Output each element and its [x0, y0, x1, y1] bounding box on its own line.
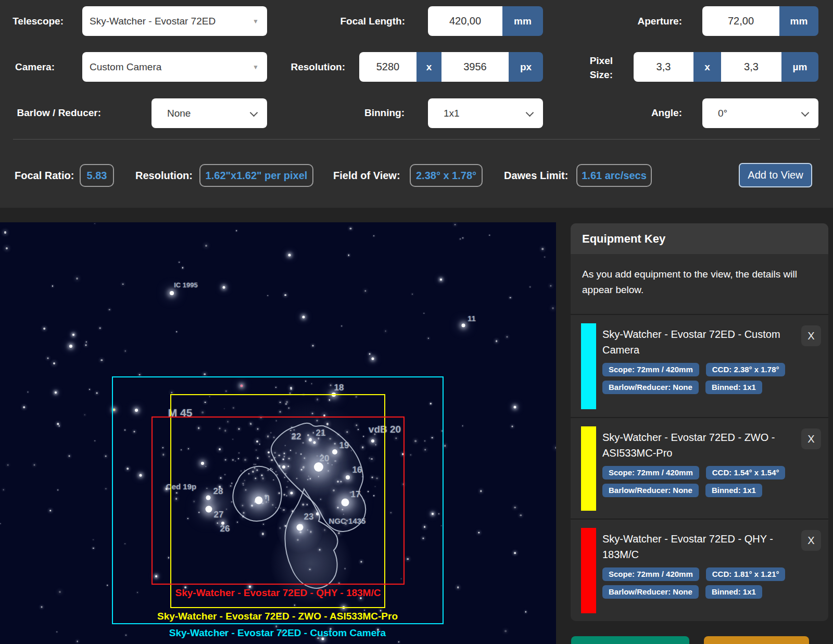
settings-divider — [13, 139, 820, 140]
aperture-group: mm — [702, 6, 818, 36]
star — [182, 267, 183, 268]
star — [69, 455, 70, 457]
star — [58, 425, 60, 427]
star — [506, 336, 508, 337]
resolution-y-input[interactable] — [441, 60, 509, 73]
equipment-color-swatch-red — [581, 528, 596, 613]
binned-badge: Binned: 1x1 — [705, 484, 762, 497]
pixel-size-y-input[interactable] — [721, 60, 781, 73]
field-of-view-label: Field of View: — [333, 170, 400, 181]
star — [541, 248, 544, 250]
star — [122, 283, 124, 285]
star — [4, 231, 6, 233]
star — [84, 414, 85, 415]
camera-select[interactable]: Custom Camera ▼ — [82, 52, 267, 82]
equipment-key-panel: Equipment Key As you add equipment to th… — [571, 223, 828, 621]
equipment-item-badges: Scope: 72mm / 420mm CCD: 1.54° x 1.54° B… — [602, 466, 789, 497]
star — [94, 440, 95, 441]
star — [268, 295, 269, 296]
star — [170, 291, 174, 295]
star — [109, 309, 110, 311]
scope-badge: Scope: 72mm / 420mm — [602, 567, 699, 581]
angle-select-value: 0° — [702, 108, 727, 119]
resolution-y-field — [441, 52, 509, 82]
star — [5, 247, 7, 249]
star — [302, 316, 305, 319]
star — [496, 340, 498, 342]
barlow-badge: Barlow/Reducer: None — [602, 585, 699, 599]
star — [105, 488, 106, 489]
star — [288, 254, 291, 257]
barlow-reducer-select[interactable]: None — [152, 98, 267, 128]
scope-badge: Scope: 72mm / 420mm — [602, 363, 699, 376]
star — [28, 392, 29, 393]
star — [462, 425, 463, 426]
equipment-item-title: Sky-Watcher - Evostar 72ED - Custom Came… — [602, 326, 786, 358]
star — [489, 235, 490, 235]
star — [350, 228, 351, 229]
star — [236, 231, 237, 232]
fov-rect-label-custom-camera: Sky-Watcher - Evostar 72ED - Custom Came… — [169, 627, 386, 639]
remove-equipment-button[interactable]: X — [801, 530, 821, 551]
barlow-reducer-label: Barlow / Reducer: — [0, 107, 101, 119]
resolution-result-value: 1.62"x1.62" per pixel — [199, 164, 313, 187]
star — [372, 358, 374, 360]
focal-length-input[interactable] — [428, 15, 502, 28]
star — [223, 286, 225, 289]
focal-ratio-value: 5.83 — [80, 164, 114, 187]
chart-object-label: IC 1995 — [174, 281, 198, 289]
star — [33, 464, 35, 466]
star — [89, 389, 90, 390]
star — [462, 237, 463, 238]
star — [69, 345, 72, 348]
star — [460, 238, 461, 239]
green-action-button[interactable] — [571, 636, 689, 644]
angle-label: Angle: — [578, 107, 682, 119]
telescope-select[interactable]: Sky-Watcher - Evostar 72ED ▼ — [82, 6, 267, 36]
aperture-field — [702, 6, 779, 36]
equipment-key-description: As you add equipment to the view, the de… — [571, 254, 828, 315]
angle-select[interactable]: 0° — [702, 98, 818, 128]
remove-equipment-button[interactable]: X — [801, 428, 821, 449]
star — [462, 324, 465, 327]
star — [398, 641, 399, 642]
star — [385, 330, 386, 332]
pixel-size-y-field — [721, 52, 781, 82]
resolution-result-label: Resolution: — [135, 170, 193, 181]
star — [478, 532, 480, 533]
star — [52, 285, 53, 286]
binning-select[interactable]: 1x1 — [428, 98, 543, 128]
star — [427, 337, 428, 338]
pixel-size-separator: x — [693, 52, 721, 82]
remove-equipment-button[interactable]: X — [801, 325, 821, 346]
star — [139, 374, 141, 375]
settings-bar: Telescope: Sky-Watcher - Evostar 72ED ▼ … — [0, 0, 833, 208]
aperture-unit: mm — [779, 6, 818, 36]
pixel-size-x-input[interactable] — [634, 60, 693, 73]
dawes-limit-label: Dawes Limit: — [504, 170, 568, 181]
pixel-size-group: x µm — [634, 52, 818, 82]
star — [125, 635, 127, 636]
add-to-view-button[interactable]: Add to View — [739, 163, 812, 187]
star — [93, 547, 94, 548]
resolution-x-input[interactable] — [359, 60, 416, 73]
star — [369, 353, 371, 355]
star — [457, 587, 459, 589]
star — [105, 456, 106, 457]
chart-object-label: 11 — [468, 314, 476, 323]
barlow-badge: Barlow/Reducer: None — [602, 484, 699, 497]
star — [204, 373, 206, 375]
resolution-label: Resolution: — [241, 61, 345, 73]
star — [480, 490, 482, 492]
star — [510, 297, 511, 299]
focal-length-field — [428, 6, 502, 36]
orange-action-button[interactable] — [704, 636, 809, 644]
aperture-input[interactable] — [702, 15, 779, 28]
star — [552, 307, 554, 309]
star — [44, 327, 46, 330]
dawes-limit-value: 1.61 arc/secs — [576, 164, 652, 187]
star — [49, 510, 51, 511]
star — [72, 334, 74, 336]
star — [176, 332, 177, 333]
star — [520, 514, 522, 516]
